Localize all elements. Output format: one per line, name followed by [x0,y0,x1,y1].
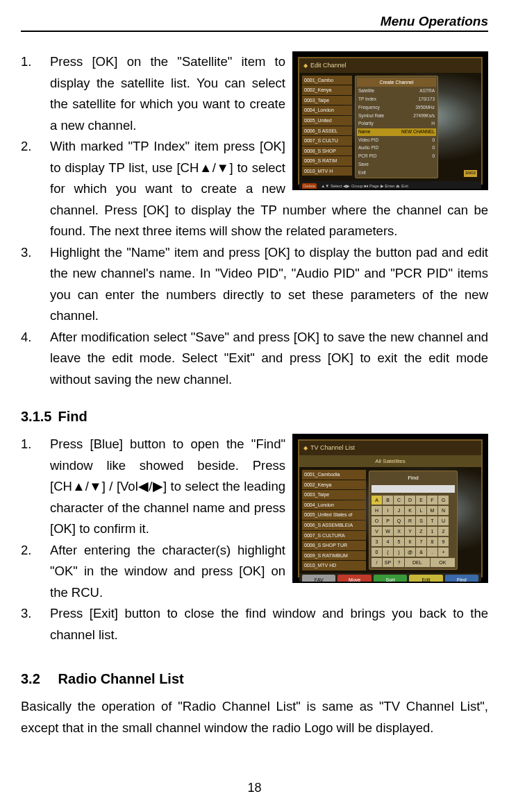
section-title: Find [58,409,87,424]
section-find-heading: 3.1.5 Find [21,405,488,428]
step-item: Highlight the "Name" item and press [OK]… [21,242,488,327]
step-item: Press [Exit] button to close the find wi… [21,603,488,645]
step-item: After entering the character(s) highligh… [21,540,488,604]
section-number: 3.1.5 [21,405,54,428]
section-find-steps: Press [Blue] button to open the "Find" w… [21,434,488,645]
section-number: 3.2 [21,668,54,691]
page-header-title: Menu Operations [381,14,488,29]
header-divider [21,31,488,32]
section-title: Radio Channel List [58,671,184,686]
page-number: 18 [0,781,509,795]
step-item: With marked "TP Index" item press [OK] t… [21,136,488,242]
section-radio-body: Basically the operation of "Radio Channe… [21,696,488,738]
step-item: Press [Blue] button to open the "Find" w… [21,434,488,540]
step-item: Press [OK] on the "Satellite" item to di… [21,51,488,136]
step-item: After modification select "Save" and pre… [21,327,488,391]
section1-steps: Press [OK] on the "Satellite" item to di… [21,51,488,390]
section-radio-heading: 3.2 Radio Channel List [21,668,488,691]
